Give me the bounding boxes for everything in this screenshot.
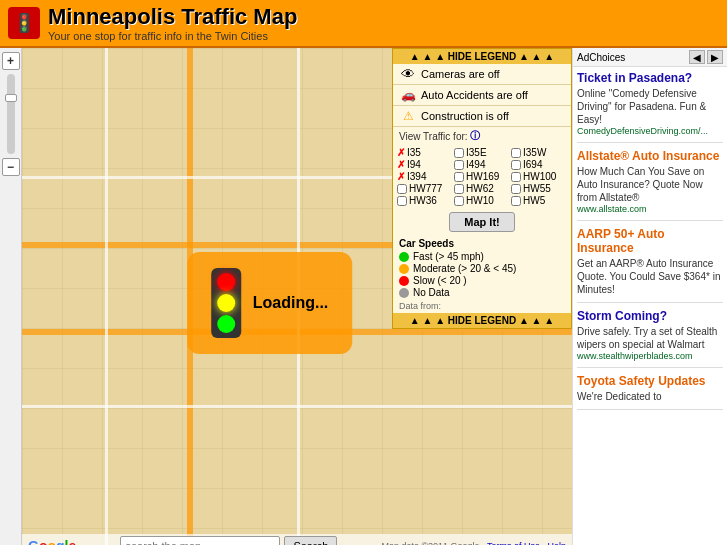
ad-1: Ticket in Pasadena? Online "Comedy Defen… — [577, 71, 723, 143]
data-from: Data from: — [393, 301, 571, 313]
legend-header[interactable]: ▲ ▲ ▲ HIDE LEGEND ▲ ▲ ▲ — [393, 49, 571, 64]
header: 🚦 Minneapolis Traffic Map Your one stop … — [0, 0, 727, 48]
slow-label: Slow (< 20 ) — [413, 275, 467, 286]
ad-5-body: We're Dedicated to — [577, 390, 723, 403]
ads-next-button[interactable]: ▶ — [707, 50, 723, 64]
ad-2-body: How Much Can You Save on Auto Insurance?… — [577, 165, 723, 204]
ad-3-title[interactable]: AARP 50+ Auto Insurance — [577, 227, 723, 255]
accidents-label: Auto Accidents are off — [421, 89, 528, 101]
nodata-label: No Data — [413, 287, 450, 298]
ad-2-title[interactable]: Allstate® Auto Insurance — [577, 149, 723, 163]
zoom-out-button[interactable]: − — [2, 158, 20, 176]
map-copyright: Map data ©2011 Google · Terms of Use · H… — [381, 541, 566, 545]
speed-moderate: Moderate (> 20 & < 45) — [399, 263, 565, 274]
zoom-in-button[interactable]: + — [2, 52, 20, 70]
ad-5-title[interactable]: Toyota Safety Updates — [577, 374, 723, 388]
zoom-slider[interactable] — [7, 74, 15, 154]
main-layout: + − Street Satellite Hybrid ▲ ▲ ▲ HIDE — [0, 48, 727, 545]
ads-panel: AdChoices ◀ ▶ Ticket in Pasadena? Online… — [572, 48, 727, 545]
view-traffic-text: View Traffic for: — [399, 131, 468, 142]
speed-fast: Fast (> 45 mph) — [399, 251, 565, 262]
traffic-light-yellow — [217, 294, 235, 312]
ad-5: Toyota Safety Updates We're Dedicated to — [577, 374, 723, 410]
traffic-hw777[interactable]: HW777 — [397, 183, 453, 194]
app-subtitle: Your one stop for traffic info in the Tw… — [48, 30, 297, 42]
speed-slow: Slow (< 20 ) — [399, 275, 565, 286]
ads-header: AdChoices ◀ ▶ — [573, 48, 727, 67]
adchoices-label: AdChoices — [577, 52, 625, 63]
zoom-panel: + − — [0, 48, 22, 545]
fast-label: Fast (> 45 mph) — [413, 251, 484, 262]
app-title: Minneapolis Traffic Map — [48, 4, 297, 30]
legend-footer[interactable]: ▲ ▲ ▲ HIDE LEGEND ▲ ▲ ▲ — [393, 313, 571, 328]
speed-nodata: No Data — [399, 287, 565, 298]
camera-icon: 👁 — [399, 66, 417, 82]
ad-2: Allstate® Auto Insurance How Much Can Yo… — [577, 149, 723, 221]
info-icon: ⓘ — [470, 129, 480, 143]
car-speeds-label: Car Speeds — [399, 238, 565, 249]
slow-dot — [399, 276, 409, 286]
moderate-label: Moderate (> 20 & < 45) — [413, 263, 516, 274]
ad-4-url: www.stealthwiperblades.com — [577, 351, 723, 361]
traffic-hw5[interactable]: HW5 — [511, 195, 567, 206]
traffic-light-icon — [211, 268, 241, 338]
traffic-i35[interactable]: ✗I35 — [397, 147, 453, 158]
nodata-dot — [399, 288, 409, 298]
map-area[interactable]: Street Satellite Hybrid ▲ ▲ ▲ HIDE LEGEN… — [22, 48, 572, 545]
road-v2 — [105, 48, 108, 545]
ads-content: Ticket in Pasadena? Online "Comedy Defen… — [573, 67, 727, 545]
terms-link[interactable]: Terms of Use — [487, 541, 540, 545]
ad-2-url: www.allstate.com — [577, 204, 723, 214]
help-link[interactable]: Help — [547, 541, 566, 545]
traffic-i35w[interactable]: I35W — [511, 147, 567, 158]
traffic-grid: ✗I35 I35E I35W ✗I94 I494 I694 ✗I394 HW16… — [393, 145, 571, 208]
search-input[interactable] — [120, 536, 280, 545]
traffic-hw55[interactable]: HW55 — [511, 183, 567, 194]
traffic-hw62[interactable]: HW62 — [454, 183, 510, 194]
loading-text: Loading... — [253, 294, 329, 312]
google-logo: Google — [28, 538, 76, 545]
legend-construction: ⚠ Construction is off — [393, 106, 571, 127]
ad-1-title[interactable]: Ticket in Pasadena? — [577, 71, 723, 85]
construction-icon: ⚠ — [399, 108, 417, 124]
moderate-dot — [399, 264, 409, 274]
traffic-i94[interactable]: ✗I94 — [397, 159, 453, 170]
loading-overlay: Loading... — [187, 252, 353, 354]
ad-1-url: ComedyDefensiveDriving.com/... — [577, 126, 723, 136]
ads-prev-button[interactable]: ◀ — [689, 50, 705, 64]
ad-4: Storm Coming? Drive safely. Try a set of… — [577, 309, 723, 368]
map-bottom-bar: Google Search Map data ©2011 Google · Te… — [22, 534, 572, 545]
traffic-hw36[interactable]: HW36 — [397, 195, 453, 206]
traffic-hw10[interactable]: HW10 — [454, 195, 510, 206]
traffic-light-green — [217, 315, 235, 333]
traffic-i694[interactable]: I694 — [511, 159, 567, 170]
cameras-label: Cameras are off — [421, 68, 500, 80]
construction-label: Construction is off — [421, 110, 509, 122]
traffic-light-red — [217, 273, 235, 291]
ad-4-body: Drive safely. Try a set of Stealth wiper… — [577, 325, 723, 351]
ad-3-body: Get an AARP® Auto Insurance Quote. You C… — [577, 257, 723, 296]
legend-accidents: 🚗 Auto Accidents are off — [393, 85, 571, 106]
ad-4-title[interactable]: Storm Coming? — [577, 309, 723, 323]
traffic-hw100[interactable]: HW100 — [511, 171, 567, 182]
traffic-i494[interactable]: I494 — [454, 159, 510, 170]
fast-dot — [399, 252, 409, 262]
legend-panel: ▲ ▲ ▲ HIDE LEGEND ▲ ▲ ▲ 👁 Cameras are of… — [392, 48, 572, 329]
accident-icon: 🚗 — [399, 87, 417, 103]
speed-legend: Car Speeds Fast (> 45 mph) Moderate (> 2… — [393, 236, 571, 301]
ad-1-body: Online "Comedy Defensive Driving" for Pa… — [577, 87, 723, 126]
view-traffic-label: View Traffic for: ⓘ — [393, 127, 571, 145]
ad-3: AARP 50+ Auto Insurance Get an AARP® Aut… — [577, 227, 723, 303]
header-text: Minneapolis Traffic Map Your one stop fo… — [48, 4, 297, 42]
search-button[interactable]: Search — [284, 536, 337, 545]
map-it-button[interactable]: Map It! — [449, 212, 514, 232]
traffic-i35e[interactable]: I35E — [454, 147, 510, 158]
zoom-thumb[interactable] — [5, 94, 17, 102]
traffic-i394[interactable]: ✗I394 — [397, 171, 453, 182]
traffic-hw169[interactable]: HW169 — [454, 171, 510, 182]
app-icon: 🚦 — [8, 7, 40, 39]
legend-cameras: 👁 Cameras are off — [393, 64, 571, 85]
search-area: Search — [120, 536, 337, 545]
